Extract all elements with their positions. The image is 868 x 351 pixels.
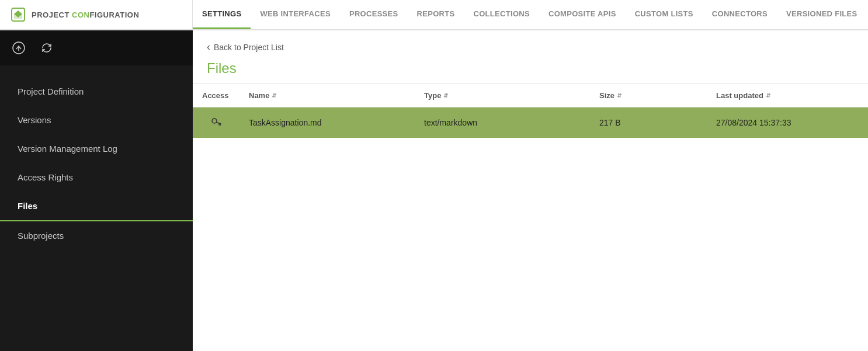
sidebar-item-project-definition[interactable]: Project Definition bbox=[0, 77, 193, 106]
sort-icon-last-updated: ⇵ bbox=[766, 93, 770, 99]
col-header-type[interactable]: Type ⇵ bbox=[415, 84, 590, 107]
back-arrow-icon: ‹ bbox=[207, 41, 210, 53]
top-navigation: PROJECT CONFIGURATION SETTINGS WEB INTER… bbox=[0, 0, 868, 30]
back-link[interactable]: ‹ Back to Project List bbox=[193, 30, 868, 58]
col-header-access[interactable]: Access bbox=[193, 84, 239, 107]
table-row[interactable]: TaskAssignation.mdtext/markdown217 B27/0… bbox=[193, 107, 868, 138]
tab-versioned-files[interactable]: VERSIONED FILES bbox=[777, 0, 867, 29]
upload-button[interactable] bbox=[9, 39, 28, 57]
sort-icon-size: ⇵ bbox=[617, 93, 622, 99]
table-header-row: Access Name ⇵ Type ⇵ bbox=[193, 84, 868, 107]
cell-size: 217 B bbox=[590, 107, 707, 138]
sidebar-item-versions[interactable]: Versions bbox=[0, 106, 193, 134]
content-area: Project Definition Versions Version Mana… bbox=[0, 30, 868, 351]
svg-point-5 bbox=[212, 119, 217, 123]
logo-icon bbox=[9, 6, 27, 23]
sidebar-item-access-rights[interactable]: Access Rights bbox=[0, 163, 193, 192]
key-icon bbox=[210, 119, 222, 129]
refresh-button[interactable] bbox=[37, 39, 56, 57]
tab-connectors[interactable]: CONNECTORS bbox=[703, 0, 777, 29]
cell-access bbox=[193, 107, 239, 138]
cell-last-updated: 27/08/2024 15:37:33 bbox=[707, 107, 868, 138]
sidebar-nav: Project Definition Versions Version Mana… bbox=[0, 65, 193, 351]
sidebar-item-subprojects[interactable]: Subprojects bbox=[0, 221, 193, 250]
cell-name: TaskAssignation.md bbox=[239, 107, 415, 138]
sidebar: Project Definition Versions Version Mana… bbox=[0, 30, 193, 351]
col-header-size[interactable]: Size ⇵ bbox=[590, 84, 707, 107]
files-table-wrapper: Access Name ⇵ Type ⇵ bbox=[193, 84, 868, 351]
app-logo: PROJECT CONFIGURATION bbox=[0, 0, 193, 29]
sidebar-item-files[interactable]: Files bbox=[0, 192, 193, 221]
nav-tabs: SETTINGS WEB INTERFACES PROCESSES REPORT… bbox=[193, 0, 868, 29]
tab-web-interfaces[interactable]: WEB INTERFACES bbox=[251, 0, 339, 29]
main-panel: ‹ Back to Project List Files Access bbox=[193, 30, 868, 351]
tab-collections[interactable]: COLLECTIONS bbox=[464, 0, 539, 29]
sort-icon-type: ⇵ bbox=[443, 93, 448, 99]
col-header-last-updated[interactable]: Last updated ⇵ bbox=[707, 84, 868, 107]
files-table: Access Name ⇵ Type ⇵ bbox=[193, 84, 868, 138]
tab-settings[interactable]: SETTINGS bbox=[193, 0, 251, 29]
page-title: Files bbox=[193, 58, 868, 84]
tab-reports[interactable]: REPORTS bbox=[408, 0, 464, 29]
app-title: PROJECT CONFIGURATION bbox=[32, 11, 139, 19]
tab-processes[interactable]: PROCESSES bbox=[340, 0, 408, 29]
sidebar-item-version-management-log[interactable]: Version Management Log bbox=[0, 134, 193, 163]
col-header-name[interactable]: Name ⇵ bbox=[239, 84, 415, 107]
cell-type: text/markdown bbox=[415, 107, 590, 138]
tab-composite-apis[interactable]: COMPOSITE APIS bbox=[539, 0, 626, 29]
app-title-highlight: CON bbox=[72, 11, 89, 19]
sidebar-actions bbox=[0, 30, 193, 65]
back-label: Back to Project List bbox=[214, 43, 284, 52]
tab-custom-lists[interactable]: CUSTOM LISTS bbox=[626, 0, 703, 29]
sort-icon-name: ⇵ bbox=[272, 93, 276, 99]
